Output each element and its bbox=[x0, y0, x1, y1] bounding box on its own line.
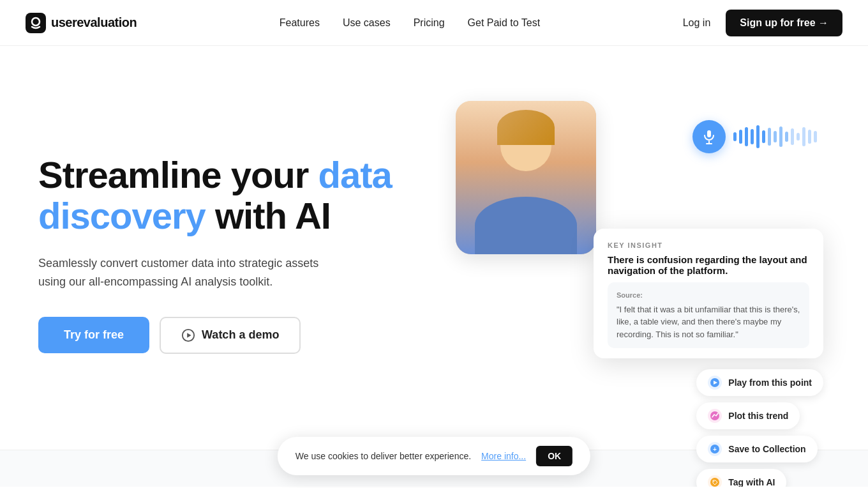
person-face bbox=[456, 101, 596, 254]
cookie-banner: We use cookies to deliver better experie… bbox=[278, 437, 590, 475]
waveform bbox=[733, 125, 817, 148]
try-free-button[interactable]: Try for free bbox=[38, 317, 149, 353]
pill-trend[interactable]: Plot this trend bbox=[696, 402, 800, 429]
action-pills: Play from this point Plot this trend + S… bbox=[696, 369, 823, 487]
hero-title-blue1: data bbox=[318, 154, 391, 195]
nav-links: Features Use cases Pricing Get Paid to T… bbox=[280, 17, 540, 29]
logo-text: userevaluation bbox=[51, 15, 137, 30]
cookie-text: We use cookies to deliver better experie… bbox=[296, 451, 471, 461]
pill-trend-label: Plot this trend bbox=[728, 411, 788, 421]
mic-waveform bbox=[692, 120, 817, 153]
insight-title: There is confusion regarding the layout … bbox=[608, 254, 809, 276]
cookie-more-info-link[interactable]: More info... bbox=[481, 451, 526, 461]
save-pill-icon: + bbox=[708, 442, 722, 456]
insight-card: KEY INSIGHT There is confusion regarding… bbox=[594, 229, 823, 358]
pill-save[interactable]: + Save to Collection bbox=[696, 436, 817, 462]
watch-demo-label: Watch a demo bbox=[202, 328, 279, 342]
login-button[interactable]: Log in bbox=[683, 17, 711, 29]
trend-pill-icon bbox=[708, 409, 722, 423]
pill-play-label: Play from this point bbox=[728, 377, 812, 388]
nav-pricing[interactable]: Pricing bbox=[414, 17, 445, 28]
hero-title-with-ai: with AI bbox=[206, 195, 331, 236]
person-hair bbox=[497, 110, 555, 145]
mic-icon bbox=[701, 129, 717, 144]
pill-tag[interactable]: Tag with AI bbox=[696, 469, 786, 487]
nav-use-cases[interactable]: Use cases bbox=[343, 17, 391, 28]
logo[interactable]: userevaluation bbox=[26, 13, 137, 33]
svg-text:+: + bbox=[713, 446, 717, 453]
pill-tag-label: Tag with AI bbox=[728, 477, 775, 487]
hero-title-plain: Streamline your bbox=[38, 154, 318, 195]
insight-quote: Source: "I felt that it was a bit unfami… bbox=[608, 282, 809, 348]
svg-marker-3 bbox=[187, 333, 191, 337]
logo-icon bbox=[26, 13, 46, 33]
navbar: userevaluation Features Use cases Pricin… bbox=[0, 0, 868, 46]
svg-point-13 bbox=[714, 481, 715, 482]
tag-pill-icon bbox=[708, 475, 722, 487]
watch-demo-button[interactable]: Watch a demo bbox=[160, 317, 301, 354]
pill-save-label: Save to Collection bbox=[728, 444, 805, 454]
insight-quote-text: "I felt that it was a bit unfamiliar tha… bbox=[617, 305, 800, 339]
signup-label: Sign up for free → bbox=[740, 17, 828, 29]
hero-actions: Try for free Watch a demo bbox=[38, 317, 392, 354]
hero-section: Streamline your data discovery with AI S… bbox=[0, 46, 868, 450]
insight-label: KEY INSIGHT bbox=[608, 241, 809, 249]
nav-get-paid[interactable]: Get Paid to Test bbox=[468, 17, 541, 28]
insight-quote-source-label: Source: bbox=[617, 290, 800, 301]
play-demo-icon bbox=[181, 328, 195, 342]
svg-rect-0 bbox=[26, 13, 46, 33]
person-card bbox=[456, 101, 596, 254]
mic-circle bbox=[692, 120, 726, 153]
signup-button[interactable]: Sign up for free → bbox=[726, 10, 842, 36]
hero-title: Streamline your data discovery with AI bbox=[38, 155, 392, 236]
pill-play[interactable]: Play from this point bbox=[696, 369, 823, 396]
hero-subtitle: Seamlessly convert customer data into st… bbox=[38, 254, 345, 291]
hero-illustration: KEY INSIGHT There is confusion regarding… bbox=[417, 101, 830, 408]
nav-right: Log in Sign up for free → bbox=[683, 10, 842, 36]
hero-title-blue2: discovery bbox=[38, 195, 206, 236]
svg-point-9 bbox=[710, 411, 719, 420]
play-pill-icon bbox=[708, 376, 722, 390]
nav-features[interactable]: Features bbox=[280, 17, 320, 28]
hero-left: Streamline your data discovery with AI S… bbox=[38, 155, 392, 353]
svg-rect-4 bbox=[707, 130, 711, 137]
cookie-ok-button[interactable]: OK bbox=[536, 446, 572, 466]
svg-point-12 bbox=[710, 478, 719, 487]
